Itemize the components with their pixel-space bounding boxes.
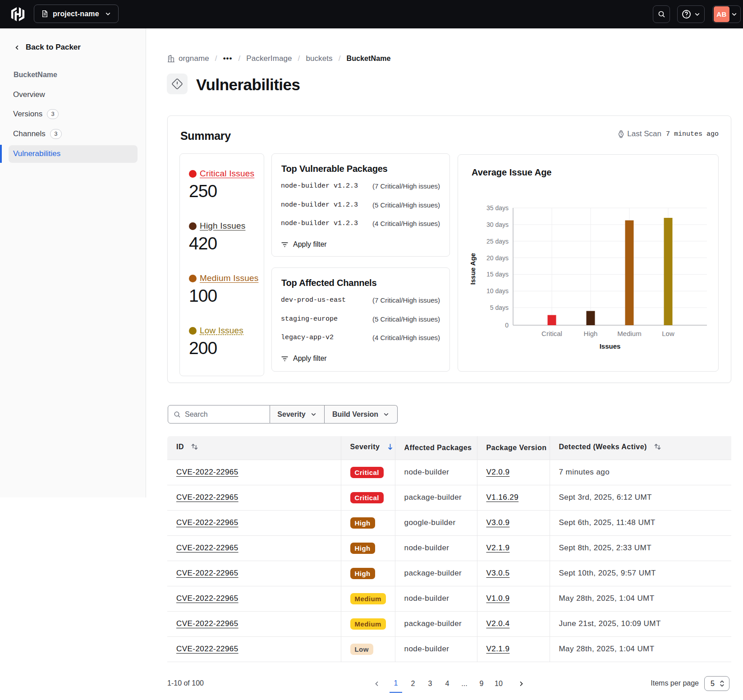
svg-text:5 days: 5 days — [490, 304, 509, 311]
svg-text:0: 0 — [505, 322, 509, 329]
svg-text:Issue Age: Issue Age — [469, 253, 477, 285]
svg-text:15 days: 15 days — [486, 271, 509, 278]
svg-text:30 days: 30 days — [486, 221, 509, 228]
svg-text:25 days: 25 days — [486, 238, 509, 245]
svg-text:Critical: Critical — [541, 330, 562, 337]
svg-text:20 days: 20 days — [486, 254, 509, 262]
svg-text:Issues: Issues — [600, 342, 621, 350]
svg-text:Low: Low — [662, 330, 674, 337]
svg-text:High: High — [584, 330, 598, 337]
svg-text:Medium: Medium — [617, 330, 641, 337]
svg-text:35 days: 35 days — [486, 204, 509, 212]
svg-text:10 days: 10 days — [486, 287, 509, 295]
